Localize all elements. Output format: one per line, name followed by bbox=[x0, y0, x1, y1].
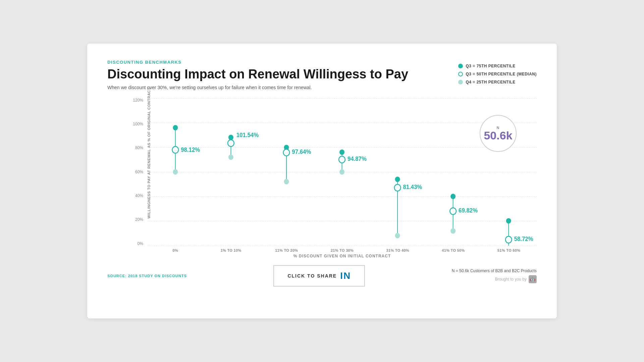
legend-dot-q3-50 bbox=[458, 72, 463, 76]
y-label-0: 0% bbox=[127, 242, 146, 246]
svg-point-6 bbox=[228, 135, 233, 140]
x-axis-title: % DISCOUNT GIVEN ON INITIAL CONTRACT bbox=[148, 254, 537, 258]
legend: Q3 = 75TH PERCENTILE Q3 = 50TH PERCENTIL… bbox=[458, 64, 537, 84]
linkedin-icon: in bbox=[340, 270, 351, 281]
legend-q3-75: Q3 = 75TH PERCENTILE bbox=[458, 64, 537, 68]
svg-point-13 bbox=[284, 179, 289, 184]
source-text: SOURCE: 2018 STUDY ON DISCOUNTS bbox=[107, 274, 187, 278]
legend-q4-25: Q4 = 25TH PERCENTILE bbox=[458, 80, 537, 84]
x-label-21-30: 21% TO 30% bbox=[314, 248, 370, 252]
main-card: DISCOUNTING BENCHMARKS Discounting Impac… bbox=[87, 44, 557, 318]
legend-dot-q4-25 bbox=[458, 80, 463, 84]
x-axis-labels: 0% 1% TO 10% 11% TO 20% 21% TO 30% 31% T… bbox=[148, 248, 537, 252]
n-badge: N 50.6k bbox=[480, 115, 517, 152]
svg-point-16 bbox=[339, 149, 344, 155]
y-label-40: 40% bbox=[127, 194, 146, 198]
n-note: N = 50.6k Customers of B2B and B2C Produ… bbox=[452, 268, 537, 273]
description: When we discount over 30%, we're setting… bbox=[107, 85, 537, 90]
robot-icon: 🤖 bbox=[529, 275, 537, 283]
svg-point-7 bbox=[228, 140, 234, 146]
x-label-1-10: 1% TO 10% bbox=[203, 248, 259, 252]
svg-point-1 bbox=[173, 125, 178, 130]
svg-point-31 bbox=[506, 218, 511, 224]
chart-svg: 98.12% 101.54% 97.64% 94.87% bbox=[148, 98, 537, 246]
n-badge-value: 50.6k bbox=[484, 130, 512, 141]
legend-dot-q3-75 bbox=[458, 64, 463, 68]
x-label-0: 0% bbox=[148, 248, 203, 252]
y-axis-labels: 120% 100% 80% 60% 40% 20% 0% bbox=[127, 98, 146, 246]
legend-label-q4-25: Q4 = 25TH PERCENTILE bbox=[466, 80, 515, 84]
x-label-11-20: 11% TO 20% bbox=[259, 248, 314, 252]
share-label: CLICK TO SHARE bbox=[287, 273, 337, 279]
svg-text:101.54%: 101.54% bbox=[236, 131, 259, 138]
svg-text:69.82%: 69.82% bbox=[459, 207, 478, 214]
svg-text:97.64%: 97.64% bbox=[292, 148, 311, 155]
svg-point-28 bbox=[450, 228, 455, 234]
svg-point-23 bbox=[395, 233, 400, 238]
svg-point-8 bbox=[228, 155, 233, 160]
x-label-31-40: 31% TO 40% bbox=[370, 248, 426, 252]
brought-by: Brought to you by 🤖 bbox=[495, 275, 537, 283]
y-label-20: 20% bbox=[127, 218, 146, 222]
chart-area: WILLINGNESS TO PAY AT RENEWAL AS % OF OR… bbox=[127, 98, 537, 258]
grid-line-0 bbox=[148, 246, 537, 246]
y-label-100: 100% bbox=[127, 122, 146, 126]
footer-right: N = 50.6k Customers of B2B and B2C Produ… bbox=[452, 268, 537, 283]
svg-text:58.72%: 58.72% bbox=[514, 235, 534, 242]
svg-point-26 bbox=[450, 194, 455, 199]
x-label-41-50: 41% TO 50% bbox=[426, 248, 481, 252]
svg-point-22 bbox=[394, 184, 401, 191]
svg-point-21 bbox=[395, 177, 400, 182]
svg-point-3 bbox=[173, 169, 178, 175]
y-label-60: 60% bbox=[127, 170, 146, 174]
y-label-120: 120% bbox=[127, 98, 146, 102]
svg-point-12 bbox=[283, 149, 290, 156]
svg-point-18 bbox=[339, 169, 344, 175]
share-button[interactable]: CLICK TO SHARE in bbox=[273, 265, 365, 287]
svg-point-2 bbox=[172, 146, 178, 153]
legend-q3-50: Q3 = 50TH PERCENTILE (MEDIAN) bbox=[458, 72, 537, 76]
x-label-51-60: 51% TO 60% bbox=[481, 248, 537, 252]
svg-text:94.87%: 94.87% bbox=[347, 155, 367, 162]
legend-label-q3-50: Q3 = 50TH PERCENTILE (MEDIAN) bbox=[466, 72, 537, 76]
chart-container: 120% 100% 80% 60% 40% 20% 0% bbox=[127, 98, 537, 246]
footer: SOURCE: 2018 STUDY ON DISCOUNTS CLICK TO… bbox=[107, 265, 537, 287]
svg-point-27 bbox=[450, 208, 456, 215]
svg-text:81.43%: 81.43% bbox=[403, 183, 422, 190]
y-label-80: 80% bbox=[127, 146, 146, 150]
svg-point-17 bbox=[339, 156, 345, 163]
brought-by-text: Brought to you by bbox=[495, 277, 527, 282]
svg-point-32 bbox=[505, 236, 512, 243]
legend-label-q3-75: Q3 = 75TH PERCENTILE bbox=[466, 64, 515, 68]
svg-text:98.12%: 98.12% bbox=[181, 146, 200, 153]
